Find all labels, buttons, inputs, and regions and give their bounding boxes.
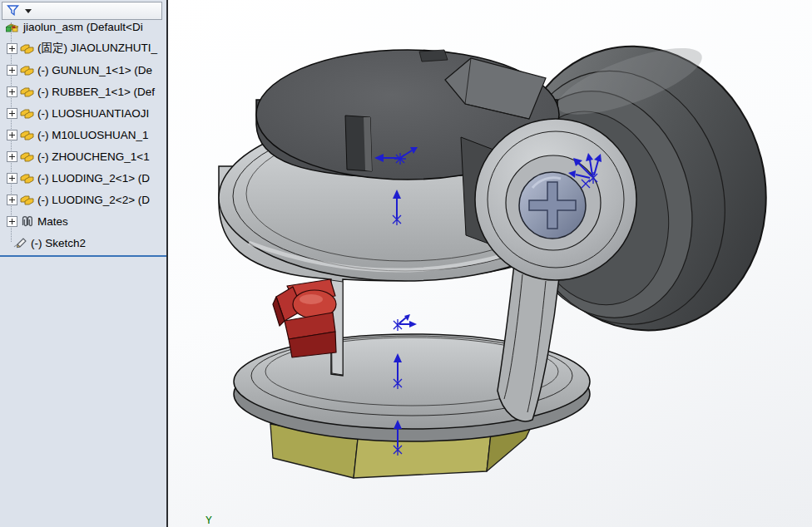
filter-dropdown-caret[interactable] bbox=[25, 9, 32, 13]
part-icon bbox=[20, 107, 34, 120]
expand-plus-icon[interactable] bbox=[7, 216, 17, 227]
expand-plus-icon[interactable] bbox=[7, 43, 17, 54]
tree-item-label: (-) M10LUOSHUAN_1 bbox=[37, 129, 149, 141]
sketch-pencil-icon bbox=[12, 236, 27, 249]
part-icon bbox=[20, 64, 34, 76]
caster-assembly-model[interactable]: Y bbox=[170, 0, 812, 527]
expand-plus-icon[interactable] bbox=[7, 195, 17, 205]
feature-tree-panel: jiaolun_asm (Default<Di (固定) JIAOLUNZHUT… bbox=[0, 0, 168, 527]
tree-item-zhoucheng[interactable]: (-) ZHOUCHENG_1<1 bbox=[0, 145, 166, 167]
assembly-icon bbox=[4, 20, 20, 34]
tree-divider-line bbox=[0, 255, 166, 257]
tree-item-luoshuantiaoji[interactable]: (-) LUOSHUANTIAOJI bbox=[0, 102, 166, 124]
part-icon bbox=[20, 150, 34, 163]
tree-item-rubber[interactable]: (-) RUBBER_1<1> (Def bbox=[0, 81, 166, 102]
tree-item-label: (-) RUBBER_1<1> (Def bbox=[37, 86, 155, 98]
solidworks-window: { "feature_tree": { "items": [ {"label":… bbox=[0, 0, 812, 527]
expand-plus-icon[interactable] bbox=[7, 151, 17, 162]
tree-item-luoding-1[interactable]: (-) LUODING_2<1> (D bbox=[0, 167, 166, 189]
tree-item-assembly-root[interactable]: jiaolun_asm (Default<Di bbox=[0, 16, 166, 37]
y-axis-label: Y bbox=[205, 514, 212, 526]
part-icon bbox=[20, 194, 34, 206]
tree-item-label: Mates bbox=[37, 215, 68, 228]
expand-plus-icon[interactable] bbox=[7, 173, 17, 184]
part-icon bbox=[20, 42, 34, 55]
tree-item-gunlun[interactable]: (-) GUNLUN_1<1> (De bbox=[0, 59, 166, 81]
tree-item-label: (-) LUOSHUANTIAOJI bbox=[37, 107, 149, 120]
expand-plus-icon[interactable] bbox=[7, 130, 17, 140]
tree-item-mates[interactable]: Mates bbox=[0, 210, 166, 232]
feature-tree: jiaolun_asm (Default<Di (固定) JIAOLUNZHUT… bbox=[0, 16, 166, 254]
mates-paperclip-icon bbox=[20, 214, 34, 228]
rubber-part[interactable] bbox=[273, 279, 336, 357]
expand-plus-icon[interactable] bbox=[7, 108, 17, 119]
cap-slit bbox=[419, 50, 448, 62]
tree-item-label: (-) LUODING_2<2> (D bbox=[37, 194, 150, 206]
part-icon bbox=[20, 129, 34, 141]
expand-plus-icon[interactable] bbox=[7, 86, 17, 97]
tree-item-luoding-2[interactable]: (-) LUODING_2<2> (D bbox=[0, 189, 166, 210]
phillips-screw-part[interactable] bbox=[519, 172, 586, 239]
expand-plus-icon[interactable] bbox=[7, 65, 17, 76]
graphics-viewport[interactable]: Y bbox=[168, 0, 812, 527]
tree-item-label: (固定) JIAOLUNZHUTI_ bbox=[37, 41, 157, 56]
tree-item-label: (-) GUNLUN_1<1> (De bbox=[37, 64, 152, 76]
tree-item-label: (-) LUODING_2<1> (D bbox=[37, 172, 150, 185]
tree-item-m10luoshuan[interactable]: (-) M10LUOSHUAN_1 bbox=[0, 124, 166, 145]
part-icon bbox=[20, 172, 34, 185]
part-icon bbox=[20, 86, 34, 98]
tree-item-label: (-) Sketch2 bbox=[31, 237, 86, 249]
tree-item-jiaolunzhuti[interactable]: (固定) JIAOLUNZHUTI_ bbox=[0, 37, 166, 59]
tree-item-label: (-) ZHOUCHENG_1<1 bbox=[37, 150, 150, 163]
tree-item-label: jiaolun_asm (Default<Di bbox=[23, 21, 143, 33]
tree-item-sketch2[interactable]: (-) Sketch2 bbox=[0, 232, 176, 254]
